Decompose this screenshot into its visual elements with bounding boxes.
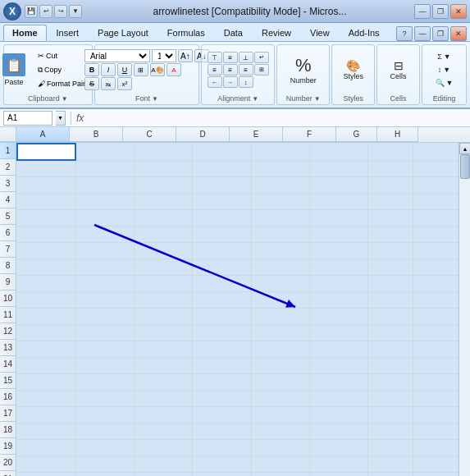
scroll-thumb[interactable] — [460, 154, 470, 179]
align-right-btn[interactable]: ≡ — [239, 64, 253, 76]
restore-button[interactable]: ❐ — [432, 4, 449, 19]
number-format-btn[interactable]: % Number — [281, 47, 326, 93]
cells-btn[interactable]: ⊟ Cells — [376, 47, 421, 93]
bold-button[interactable]: B — [84, 63, 99, 76]
tab-page-layout[interactable]: Page Layout — [89, 25, 157, 41]
ribbon-close-btn[interactable]: ✕ — [450, 26, 467, 41]
col-header-F[interactable]: F — [283, 127, 336, 142]
row-header-6[interactable]: 6 — [0, 225, 16, 241]
ribbon-restore-btn[interactable]: ❐ — [432, 26, 449, 41]
row-header-8[interactable]: 8 — [0, 258, 16, 274]
tab-data[interactable]: Data — [215, 25, 252, 41]
cell-B1[interactable] — [75, 144, 134, 160]
corner-cell[interactable] — [0, 127, 16, 142]
row-header-14[interactable]: 14 — [0, 356, 16, 373]
row-header-19[interactable]: 19 — [0, 438, 16, 455]
align-bottom-btn[interactable]: ⊥ — [239, 52, 253, 63]
sigma-btn[interactable]: Σ▼ — [433, 50, 455, 63]
border-btn[interactable]: ⊞ — [134, 63, 148, 76]
col-header-B[interactable]: B — [70, 127, 123, 142]
col-header-C[interactable]: C — [123, 127, 176, 142]
col-header-A[interactable]: A — [16, 127, 70, 142]
tab-formulas[interactable]: Formulas — [158, 25, 214, 41]
col-header-H[interactable]: H — [377, 127, 418, 142]
undo-quick-btn[interactable]: ↩ — [39, 5, 52, 18]
decrease-indent-btn[interactable]: ← — [208, 76, 222, 88]
paste-button[interactable]: 📋 Paste — [0, 47, 32, 93]
tab-home[interactable]: Home — [3, 25, 47, 41]
row-header-11[interactable]: 11 — [0, 307, 16, 323]
formula-divider — [71, 112, 71, 125]
quick-access-toolbar: 💾 ↩ ↪ ▼ — [25, 5, 82, 18]
row-header-3[interactable]: 3 — [0, 176, 16, 192]
tab-insert[interactable]: Insert — [48, 25, 89, 41]
row-header-5[interactable]: 5 — [0, 208, 16, 225]
sort-filter-btn[interactable]: ↕▼ — [434, 63, 454, 76]
col-header-G[interactable]: G — [336, 127, 377, 142]
row-header-16[interactable]: 16 — [0, 389, 16, 405]
col-header-E[interactable]: E — [230, 127, 283, 142]
row-header-2[interactable]: 2 — [0, 159, 16, 176]
increase-indent-btn[interactable]: → — [223, 76, 238, 88]
cell-G1[interactable] — [368, 144, 413, 160]
formula-input[interactable] — [90, 111, 467, 126]
cell-A2[interactable] — [17, 160, 75, 176]
text-direction-btn[interactable]: ↕ — [239, 76, 253, 88]
font-family-select[interactable]: Arial — [84, 49, 150, 62]
scroll-track[interactable] — [459, 154, 470, 476]
ribbon-help-btn[interactable]: ? — [396, 26, 413, 41]
cell-C1[interactable] — [135, 144, 193, 160]
styles-btn[interactable]: 🎨 Styles — [331, 47, 376, 93]
row-header-4[interactable]: 4 — [0, 192, 16, 208]
name-box-dropdown[interactable]: ▼ — [56, 111, 66, 126]
row-header-7[interactable]: 7 — [0, 241, 16, 258]
row-header-9[interactable]: 9 — [0, 274, 16, 291]
vertical-scrollbar[interactable]: ▲ ▼ — [459, 143, 470, 476]
row-header-15[interactable]: 15 — [0, 373, 16, 389]
align-center-btn[interactable]: ≡ — [223, 64, 238, 76]
cell-A1[interactable] — [17, 144, 75, 160]
wrap-text-btn[interactable]: ↵ — [254, 52, 269, 63]
subscript-btn[interactable]: x₂ — [101, 77, 116, 90]
font-color-btn[interactable]: A — [167, 63, 181, 76]
align-left-btn[interactable]: ≡ — [208, 64, 222, 76]
superscript-btn[interactable]: x² — [117, 77, 132, 90]
row-header-18[interactable]: 18 — [0, 422, 16, 438]
font-size-select[interactable]: 10 — [152, 49, 176, 62]
cell-H1[interactable] — [413, 144, 459, 160]
underline-button[interactable]: U — [117, 63, 132, 76]
scroll-up-btn[interactable]: ▲ — [459, 143, 470, 154]
col-header-D[interactable]: D — [176, 127, 230, 142]
ribbon-minimize-btn[interactable]: — — [414, 26, 431, 41]
cell-E1[interactable] — [251, 144, 309, 160]
save-quick-btn[interactable]: 💾 — [25, 5, 38, 18]
minimize-button[interactable]: — — [414, 4, 431, 19]
cell-F1[interactable] — [309, 144, 367, 160]
tab-review[interactable]: Review — [253, 25, 300, 41]
increase-font-btn[interactable]: A↑ — [178, 49, 193, 62]
find-select-btn[interactable]: 🔍▼ — [431, 76, 458, 89]
quick-access-dropdown[interactable]: ▼ — [69, 5, 82, 18]
row-header-20[interactable]: 20 — [0, 455, 16, 471]
redo-quick-btn[interactable]: ↪ — [54, 5, 67, 18]
row-header-12[interactable]: 12 — [0, 323, 16, 340]
close-button[interactable]: ✕ — [450, 4, 467, 19]
name-box[interactable]: A1 — [3, 111, 52, 126]
cells-group: ⊟ Cells Cells — [376, 44, 420, 105]
row-header-17[interactable]: 17 — [0, 405, 16, 422]
align-top-btn[interactable]: ⊤ — [208, 52, 222, 63]
grid-area[interactable] — [16, 143, 459, 476]
row-header-1[interactable]: 1 — [0, 143, 16, 159]
strikethrough-btn[interactable]: S — [84, 77, 99, 90]
merge-btn[interactable]: ⊞ — [254, 64, 269, 76]
align-middle-btn[interactable]: ≡ — [223, 52, 238, 63]
cell-D1[interactable] — [193, 144, 251, 160]
fill-color-btn[interactable]: A🎨 — [150, 63, 165, 76]
row-header-21[interactable]: 21 — [0, 471, 16, 476]
main-area: A B C D E F G H 1 2 3 4 5 6 7 — [0, 127, 470, 476]
tab-add-ins[interactable]: Add-Ins — [340, 25, 389, 41]
row-header-10[interactable]: 10 — [0, 291, 16, 307]
tab-view[interactable]: View — [301, 25, 339, 41]
row-header-13[interactable]: 13 — [0, 340, 16, 356]
italic-button[interactable]: I — [101, 63, 116, 76]
